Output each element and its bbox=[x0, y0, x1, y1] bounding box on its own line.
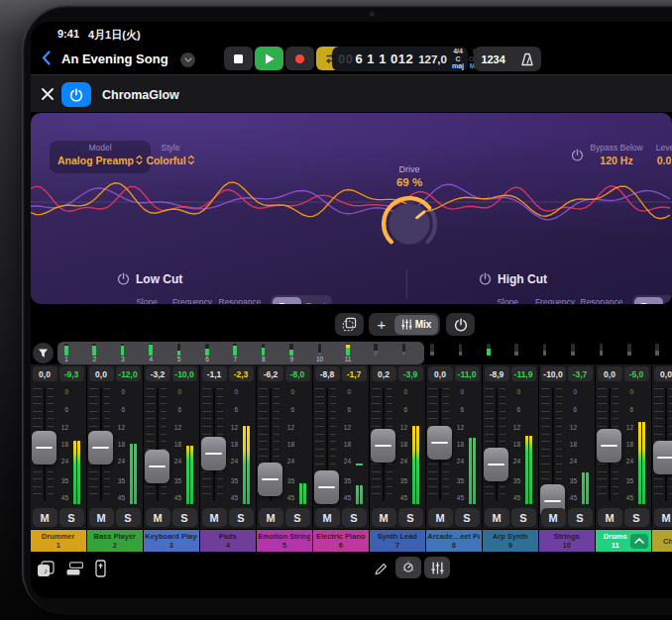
add-track-button[interactable]: + bbox=[369, 316, 394, 333]
fader-handle[interactable] bbox=[484, 448, 508, 481]
post-option[interactable]: Post bbox=[663, 297, 672, 305]
pan-value[interactable]: -6,2 bbox=[259, 366, 283, 381]
mute-button[interactable]: M bbox=[654, 508, 672, 527]
mixer-channel-strip: -6,2 -8,0 M S Emotion Strings 5 06121824… bbox=[257, 364, 312, 552]
level-meter-bar bbox=[412, 426, 415, 504]
solo-button[interactable]: S bbox=[511, 508, 536, 527]
solo-button[interactable]: S bbox=[342, 508, 367, 527]
scale-label: 12 bbox=[279, 424, 294, 431]
tempo-value: 127,0 bbox=[418, 53, 447, 65]
mixer-channel-strip: 0,0 -12,0 M S Bass Player 2 061218243545 bbox=[87, 364, 143, 552]
song-title[interactable]: An Evening Song bbox=[61, 52, 168, 66]
track-name-tab[interactable]: Emotion Strings 5 bbox=[257, 530, 312, 552]
solo-button[interactable]: S bbox=[172, 508, 197, 527]
low-cut-power-icon[interactable] bbox=[117, 272, 130, 285]
mute-button[interactable]: M bbox=[428, 508, 453, 527]
track-name-tab[interactable]: Pads 4 bbox=[200, 530, 256, 552]
stop-button[interactable] bbox=[224, 47, 253, 70]
chevron-up-down-icon bbox=[188, 155, 195, 165]
fader-handle[interactable] bbox=[653, 441, 672, 474]
song-menu-button[interactable] bbox=[180, 52, 195, 67]
scale-label: 45 bbox=[561, 494, 577, 501]
svg-text:♪: ♪ bbox=[44, 567, 48, 575]
solo-button[interactable]: S bbox=[568, 508, 593, 527]
post-option[interactable]: Post bbox=[301, 297, 331, 305]
style-select[interactable]: Colorful bbox=[146, 155, 194, 166]
solo-button[interactable]: S bbox=[59, 508, 84, 527]
track-name-tab[interactable]: Synth Lead 7 bbox=[370, 530, 425, 552]
pan-value[interactable]: 0,0 bbox=[428, 366, 453, 381]
count-in-button[interactable]: 1234 bbox=[481, 53, 504, 65]
bypass-below-value[interactable]: 120 Hz bbox=[600, 155, 632, 166]
mute-button[interactable]: M bbox=[259, 508, 283, 527]
track-name-tab[interactable]: Drums 11 bbox=[596, 530, 651, 552]
solo-button[interactable]: S bbox=[398, 508, 423, 527]
track-name-tab[interactable]: Drummer 1 bbox=[31, 530, 86, 552]
track-name-tab[interactable]: Strings 10 bbox=[539, 530, 595, 552]
pan-value[interactable]: -3,2 bbox=[146, 366, 170, 381]
pan-value[interactable]: 0,0 bbox=[89, 366, 114, 381]
expand-channel-button[interactable] bbox=[630, 534, 648, 549]
mute-button[interactable]: M bbox=[372, 508, 396, 527]
mute-button[interactable]: M bbox=[33, 508, 57, 527]
pre-option[interactable]: Pre bbox=[634, 297, 664, 305]
navigator-meter bbox=[655, 344, 659, 356]
track-name-tab[interactable]: Bass Player 2 bbox=[87, 530, 143, 552]
track-name: Chorus V bbox=[663, 537, 672, 546]
scale-label: 35 bbox=[504, 477, 520, 484]
solo-button[interactable]: S bbox=[285, 508, 310, 527]
pan-value[interactable]: -8,8 bbox=[315, 366, 340, 381]
play-button[interactable] bbox=[255, 47, 283, 70]
mix-mode-button[interactable]: Mix bbox=[394, 315, 438, 335]
pan-value[interactable]: 0,2 bbox=[372, 366, 396, 381]
pan-value[interactable]: -10,0 bbox=[541, 366, 566, 381]
level-value: -11,9 bbox=[511, 366, 536, 381]
track-name-tab[interactable]: Electric Piano 6 bbox=[313, 530, 369, 552]
solo-button[interactable]: S bbox=[116, 508, 141, 527]
track-name-tab[interactable]: Chorus V bbox=[652, 530, 672, 552]
back-icon[interactable] bbox=[42, 51, 51, 65]
pre-option[interactable]: Pre bbox=[273, 297, 302, 305]
track-number: 4 bbox=[226, 541, 230, 550]
solo-button[interactable]: S bbox=[455, 508, 480, 527]
copy-button[interactable] bbox=[335, 313, 364, 336]
pan-value[interactable]: 0,0 bbox=[33, 366, 57, 381]
record-button[interactable] bbox=[285, 47, 314, 70]
level-value[interactable]: 0.0 bbox=[657, 155, 672, 166]
pan-value[interactable]: -8,9 bbox=[485, 366, 509, 381]
mute-button[interactable]: M bbox=[485, 508, 509, 527]
mute-button[interactable]: M bbox=[541, 508, 566, 527]
faders-view-button[interactable] bbox=[424, 557, 450, 578]
plugin-power-button[interactable] bbox=[61, 82, 91, 107]
pencil-icon[interactable] bbox=[374, 562, 389, 576]
mixer-power-button[interactable] bbox=[446, 313, 475, 336]
level-meter-bar bbox=[247, 426, 250, 504]
navigator-strip[interactable]: 1234567891011 bbox=[31, 342, 672, 364]
lcd-display[interactable]: 00 6 1 1 012 127,0 4/4 C maj IN OUT MIDI bbox=[332, 47, 468, 71]
high-cut-power-icon[interactable] bbox=[479, 272, 492, 285]
mute-button[interactable]: M bbox=[89, 508, 114, 527]
track-name-tab[interactable]: Arp Synth 9 bbox=[483, 530, 538, 552]
bypass-power-icon[interactable] bbox=[571, 149, 584, 161]
track-name-tab[interactable]: Arcade…eet Pad 8 bbox=[426, 530, 482, 552]
browser-icon[interactable] bbox=[66, 562, 83, 576]
knob-view-button[interactable] bbox=[395, 557, 421, 578]
low-cut-pre-post-toggle[interactable]: Pre Post bbox=[271, 295, 332, 304]
close-icon[interactable] bbox=[41, 87, 55, 101]
track-name-tab[interactable]: Keyboard Player 3 bbox=[144, 530, 199, 552]
mute-button[interactable]: M bbox=[202, 508, 227, 527]
mute-button[interactable]: M bbox=[598, 508, 622, 527]
solo-button[interactable]: S bbox=[229, 508, 254, 527]
metronome-icon[interactable] bbox=[520, 52, 534, 66]
drive-knob[interactable] bbox=[382, 196, 437, 252]
library-icon[interactable]: ♪ bbox=[37, 561, 55, 577]
mute-button[interactable]: M bbox=[315, 508, 340, 527]
high-cut-pre-post-toggle[interactable]: Pre Post bbox=[632, 295, 672, 304]
pan-value[interactable]: -1,1 bbox=[202, 366, 227, 381]
inspector-icon[interactable] bbox=[95, 560, 106, 577]
pan-value[interactable]: 0,0 bbox=[654, 366, 672, 381]
plugin-header: ChromaGlow bbox=[31, 74, 672, 113]
mute-button[interactable]: M bbox=[146, 508, 170, 527]
pan-value[interactable]: 0,0 bbox=[598, 366, 622, 381]
solo-button[interactable]: S bbox=[624, 508, 649, 527]
